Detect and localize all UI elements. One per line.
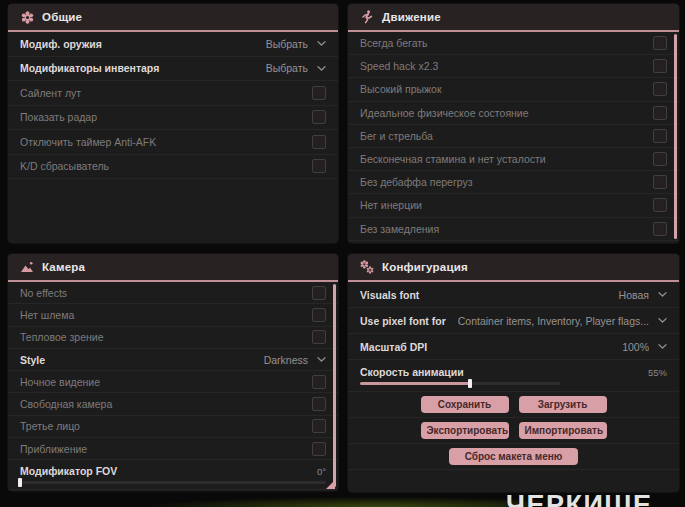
kd-resetter-checkbox[interactable] (312, 159, 326, 173)
panel-resize-handle[interactable] (326, 480, 335, 489)
load-button[interactable]: Загрузить (519, 396, 607, 413)
chevron-down-icon (658, 292, 667, 297)
weapon-mod-dropdown-row[interactable]: Модиф. оружияВыбрать (8, 32, 338, 57)
disable-anti-afk-timer-checkbox[interactable] (312, 135, 326, 149)
free-camera-checkbox-row[interactable]: Свободная камера (8, 393, 338, 415)
no-effects-checkbox[interactable] (312, 286, 326, 300)
chevron-down-icon (317, 66, 326, 71)
row-label: K/D сбрасыватель (20, 160, 109, 172)
dpi-scale-dropdown[interactable]: 100% (622, 341, 667, 353)
run-and-shoot-checkbox-row[interactable]: Бег и стрельба (348, 125, 679, 148)
kd-resetter-checkbox-row[interactable]: K/D сбрасыватель (8, 155, 338, 180)
import-button[interactable]: Импортировать (519, 422, 607, 439)
panel-movement-header[interactable]: Движение (348, 4, 679, 32)
button-row: СохранитьЗагрузить (348, 392, 679, 418)
speed-hack-checkbox[interactable] (653, 59, 667, 73)
dropdown-value: Container items, Inventory, Player flags… (458, 315, 649, 327)
silent-loot-checkbox-row[interactable]: Сайлент лут (8, 81, 338, 106)
dropdown-value: Новая (619, 289, 649, 301)
no-inertia-checkbox-row[interactable]: Нет инерции (348, 194, 679, 217)
third-person-checkbox[interactable] (312, 419, 326, 433)
thermal-vision-checkbox-row[interactable]: Тепловое зрение (8, 327, 338, 349)
chevron-down-icon (658, 318, 667, 323)
row-label: Показать радар (20, 111, 97, 123)
pixel-font-targets-dropdown[interactable]: Container items, Inventory, Player flags… (458, 315, 667, 327)
zoom-checkbox[interactable] (312, 442, 326, 456)
image-icon (20, 261, 34, 273)
panel-scrollbar[interactable] (674, 34, 677, 239)
run-and-shoot-checkbox[interactable] (653, 129, 667, 143)
row-label: Бесконечная стамина и нет усталости (360, 153, 546, 165)
animation-speed-slider[interactable] (360, 382, 560, 385)
watermark-text: ЧЕРКИШЕ (506, 492, 653, 507)
running-person-icon (360, 10, 374, 24)
row-label: Приближение (20, 443, 87, 455)
reset-menu-layout-button[interactable]: Сброс макета меню (449, 448, 579, 465)
visuals-font-dropdown-row[interactable]: Visuals fontНовая (348, 282, 679, 308)
no-helmet-checkbox[interactable] (312, 308, 326, 322)
high-jump-checkbox-row[interactable]: Высокий прыжок (348, 78, 679, 101)
panel-title: Конфигурация (382, 261, 468, 273)
always-run-checkbox-row[interactable]: Всегда бегать (348, 32, 679, 55)
panel-camera-body: No effectsНет шлемаТепловое зрениеStyleD… (8, 282, 338, 490)
export-button[interactable]: Экспортировать (421, 422, 509, 439)
third-person-checkbox-row[interactable]: Третье лицо (8, 416, 338, 438)
thermal-vision-checkbox[interactable] (312, 330, 326, 344)
free-camera-checkbox[interactable] (312, 397, 326, 411)
slider-label-row: Скорость анимации55% (360, 366, 667, 378)
perfect-physical-condition-checkbox-row[interactable]: Идеальное физическое состояние (348, 102, 679, 125)
no-overload-debuff-checkbox-row[interactable]: Без дебаффа перегруз (348, 171, 679, 194)
show-radar-checkbox[interactable] (312, 110, 326, 124)
night-vision-checkbox[interactable] (312, 375, 326, 389)
visuals-font-dropdown[interactable]: Новая (619, 289, 667, 301)
dropdown-value: 100% (622, 341, 649, 353)
row-label: Visuals font (360, 289, 419, 301)
panel-config: Конфигурация Visuals fontНоваяUse pixel … (348, 254, 679, 492)
save-button[interactable]: Сохранить (421, 396, 509, 413)
fov-modifier-slider[interactable] (20, 481, 326, 484)
inventory-mods-dropdown-row[interactable]: Модификаторы инвентаряВыбрать (8, 57, 338, 82)
no-slowdown-checkbox-row[interactable]: Без замедления (348, 218, 679, 241)
weapon-mod-dropdown[interactable]: Выбрать (266, 38, 326, 50)
dpi-scale-dropdown-row[interactable]: Масштаб DPI100% (348, 334, 679, 360)
show-radar-checkbox-row[interactable]: Показать радар (8, 106, 338, 131)
disable-anti-afk-timer-checkbox-row[interactable]: Отключить таймер Anti-AFK (8, 130, 338, 155)
silent-loot-checkbox[interactable] (312, 86, 326, 100)
infinite-stamina-checkbox[interactable] (653, 152, 667, 166)
style-dropdown-row[interactable]: StyleDarkness (8, 349, 338, 371)
panel-config-header[interactable]: Конфигурация (348, 254, 679, 282)
row-label: Модиф. оружия (20, 38, 102, 50)
panel-general-header[interactable]: Общие (8, 4, 338, 32)
style-dropdown[interactable]: Darkness (264, 354, 326, 366)
speed-hack-checkbox-row[interactable]: Speed hack x2.3 (348, 55, 679, 78)
panel-scrollbar[interactable] (333, 284, 336, 487)
panel-title: Движение (382, 11, 441, 23)
row-label: Модификатор FOV (20, 465, 117, 477)
animation-speed-slider-row: Скорость анимации55% (348, 360, 679, 392)
game-background-ground (0, 494, 540, 507)
slider-label-row: Модификатор FOV0° (20, 465, 326, 477)
zoom-checkbox-row[interactable]: Приближение (8, 438, 338, 460)
row-label: Ночное видение (20, 376, 100, 388)
infinite-stamina-checkbox-row[interactable]: Бесконечная стамина и нет усталости (348, 148, 679, 171)
perfect-physical-condition-checkbox[interactable] (653, 106, 667, 120)
high-jump-checkbox[interactable] (653, 82, 667, 96)
always-run-checkbox[interactable] (653, 36, 667, 50)
pixel-font-targets-dropdown-row[interactable]: Use pixel font forContainer items, Inven… (348, 308, 679, 334)
night-vision-checkbox-row[interactable]: Ночное видение (8, 371, 338, 393)
row-label: Отключить таймер Anti-AFK (20, 136, 156, 148)
no-helmet-checkbox-row[interactable]: Нет шлема (8, 304, 338, 326)
inventory-mods-dropdown[interactable]: Выбрать (266, 62, 326, 74)
slider-handle[interactable] (468, 379, 472, 388)
panel-movement: Движение Всегда бегатьSpeed hack x2.3Выс… (348, 4, 679, 243)
no-overload-debuff-checkbox[interactable] (653, 175, 667, 189)
no-effects-checkbox-row[interactable]: No effects (8, 282, 338, 304)
slider-handle[interactable] (18, 478, 22, 487)
panel-camera-header[interactable]: Камера (8, 254, 338, 282)
panel-config-body: Visuals fontНоваяUse pixel font forConta… (348, 282, 679, 470)
no-slowdown-checkbox[interactable] (653, 222, 667, 236)
panel-general: Общие Модиф. оружияВыбратьМодификаторы и… (8, 4, 338, 243)
fov-modifier-slider-row: Модификатор FOV0° (8, 460, 338, 490)
row-label: Сайлент лут (20, 87, 81, 99)
no-inertia-checkbox[interactable] (653, 198, 667, 212)
